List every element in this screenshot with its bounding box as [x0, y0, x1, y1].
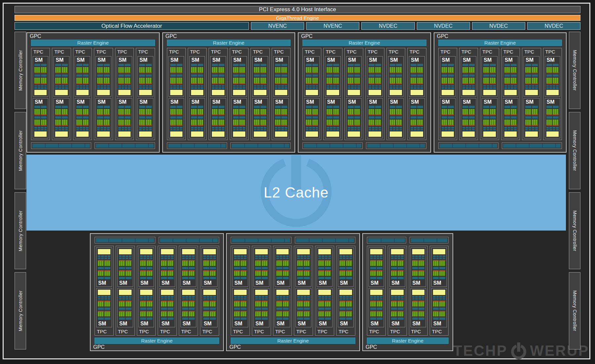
sm-core-array	[276, 270, 289, 276]
sm-register-block	[170, 131, 182, 137]
sm-core-array	[98, 311, 110, 317]
sm-scheduler-strip	[318, 267, 331, 269]
sm-lsu-grid	[391, 255, 403, 259]
sm-label: SM	[139, 57, 151, 63]
sm-block: SM	[411, 247, 426, 287]
sm-scheduler-strip	[525, 64, 537, 66]
sm-block: SM	[117, 56, 132, 97]
memory-controller-label: Memory Controller	[18, 290, 23, 331]
memory-controller-right: Memory Controller	[569, 32, 580, 109]
sm-scheduler-strip	[504, 116, 517, 119]
sm-scheduler-strip	[275, 74, 287, 77]
sm-core-array	[254, 109, 266, 115]
tpc-label: TPC	[117, 329, 133, 335]
sm-lsu-grid	[161, 255, 174, 259]
sm-core-array	[182, 260, 195, 266]
sm-block: SM	[545, 98, 560, 139]
codec-unit-label: NVDEC	[379, 23, 397, 29]
sm-scheduler-strip	[318, 277, 331, 279]
sm-register-block	[139, 131, 151, 137]
sm-core-array	[276, 311, 289, 317]
sm-label: SM	[411, 57, 423, 63]
sm-label: SM	[118, 99, 131, 105]
sm-block: SM	[296, 288, 311, 327]
sm-register-block	[97, 131, 109, 137]
sm-label: SM	[370, 321, 382, 326]
tpc-label: TPC	[189, 49, 205, 55]
sm-scheduler-strip	[118, 64, 131, 66]
sm-block: SM	[117, 247, 133, 287]
tpc-block: TPCSMSM	[188, 48, 207, 140]
sm-scheduler-strip	[483, 106, 496, 108]
sm-scheduler-strip	[391, 317, 403, 320]
tpc-label: TPC	[273, 49, 289, 55]
codec-unit-nvenc: NVENC	[306, 22, 359, 30]
sm-scheduler-strip	[234, 277, 247, 279]
sm-core-array	[297, 270, 310, 276]
sm-lsu-grid	[433, 255, 445, 259]
sm-core-array	[191, 120, 203, 126]
sm-core-array	[170, 120, 182, 126]
rop-strip	[302, 142, 363, 149]
optical-flow-accelerator-bar: Optical Flow Accelerator	[15, 22, 249, 30]
sm-scheduler-strip	[118, 116, 131, 119]
sm-core-array	[161, 260, 174, 266]
sm-scheduler-strip	[412, 267, 424, 269]
sm-scheduler-strip	[212, 74, 224, 77]
sm-block: SM	[524, 56, 539, 97]
rop-strip	[367, 237, 406, 243]
sm-block: SM	[139, 288, 154, 327]
sm-core-array	[34, 109, 47, 115]
sm-core-array	[98, 301, 110, 307]
tpc-label: TPC	[169, 49, 184, 55]
sm-lsu-grid	[483, 127, 496, 130]
sm-block: SM	[139, 247, 154, 287]
sm-scheduler-strip	[306, 116, 318, 119]
sm-core-array	[391, 260, 403, 266]
sm-scheduler-strip	[118, 106, 131, 108]
sm-core-array	[275, 67, 287, 73]
sm-scheduler-strip	[369, 106, 381, 108]
sm-scheduler-strip	[34, 106, 47, 108]
sm-block: SM	[275, 247, 291, 287]
tpc-label: TPC	[482, 49, 497, 55]
rop-strip-row	[438, 142, 562, 149]
sm-core-array	[118, 109, 131, 115]
sm-label: SM	[254, 57, 266, 63]
codec-unit-label: NVDEC	[434, 23, 453, 29]
sm-lsu-grid	[98, 296, 110, 300]
sm-label: SM	[348, 57, 360, 63]
sm-label: SM	[339, 321, 352, 326]
memory-controller-label: Memory Controller	[18, 50, 23, 91]
sm-scheduler-strip	[98, 317, 110, 320]
tpc-label: TPC	[275, 329, 291, 335]
gpc-label: GPC	[91, 344, 223, 350]
memory-controller-label: Memory Controller	[18, 210, 23, 251]
sm-register-block	[255, 249, 268, 254]
sm-core-array	[139, 78, 151, 84]
sm-lsu-grid	[118, 127, 131, 130]
sm-label: SM	[391, 321, 403, 326]
sm-scheduler-strip	[276, 277, 289, 279]
techpowerup-text-left: TECHP	[453, 343, 507, 359]
sm-core-array	[390, 120, 402, 126]
sm-label: SM	[462, 99, 475, 105]
sm-lsu-grid	[348, 127, 360, 130]
sm-core-array	[327, 67, 339, 73]
sm-lsu-grid	[98, 255, 110, 259]
sm-block: SM	[210, 56, 226, 97]
sm-block: SM	[411, 288, 426, 327]
sm-scheduler-strip	[98, 308, 110, 310]
sm-scheduler-strip	[34, 116, 47, 119]
sm-scheduler-strip	[433, 317, 445, 320]
sm-core-array	[442, 109, 454, 115]
sm-core-array	[369, 67, 381, 73]
sm-core-array	[370, 260, 382, 266]
sm-lsu-grid	[462, 127, 475, 130]
sm-scheduler-strip	[433, 267, 445, 269]
tpc-label: TPC	[545, 49, 560, 55]
sm-lsu-grid	[203, 255, 216, 259]
tpc-label: TPC	[33, 49, 48, 55]
sm-block: SM	[273, 56, 289, 97]
sm-register-block	[433, 290, 445, 295]
